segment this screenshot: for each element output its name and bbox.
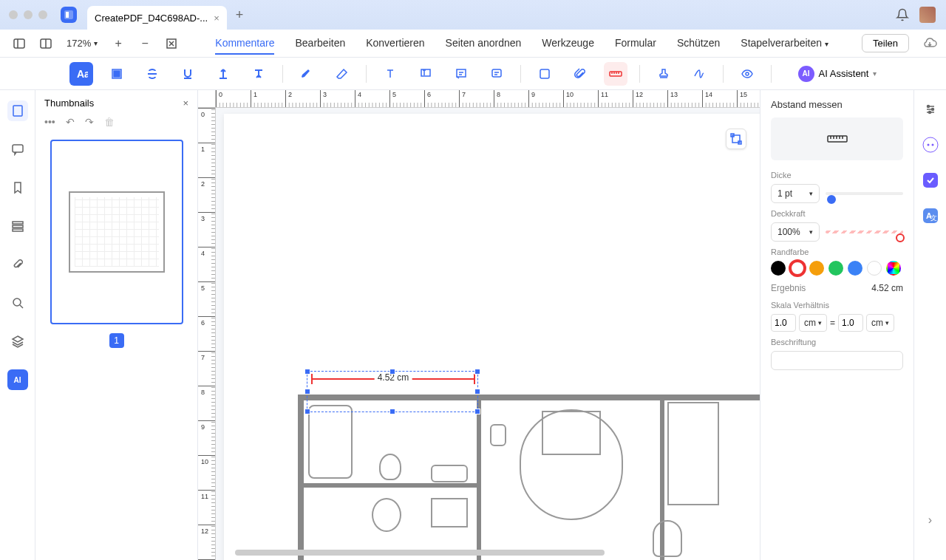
menu-protect[interactable]: Schützen bbox=[677, 33, 720, 55]
properties-panel: Abstand messen Dicke 1 pt▾ Deckkraft 100… bbox=[760, 90, 913, 560]
callout-tool[interactable] bbox=[414, 62, 438, 86]
menu-batch[interactable]: Stapelverarbeiten ▾ bbox=[741, 33, 828, 55]
opacity-label: Deckkraft bbox=[771, 209, 903, 218]
avatar[interactable] bbox=[919, 7, 936, 23]
zoom-select[interactable]: 172% ▾ bbox=[67, 38, 98, 49]
sidebar-search[interactable] bbox=[7, 293, 28, 313]
thickness-select[interactable]: 1 pt▾ bbox=[771, 184, 820, 203]
scale-input-a[interactable] bbox=[771, 314, 796, 332]
scale-unit-a[interactable]: cm▾ bbox=[799, 314, 827, 332]
caption-input[interactable] bbox=[771, 351, 903, 370]
more-icon[interactable]: ••• bbox=[44, 116, 55, 128]
sidebar-bookmarks[interactable] bbox=[7, 177, 28, 198]
rotate-left-icon[interactable]: ↶ bbox=[66, 116, 75, 128]
fit-page[interactable] bbox=[161, 33, 182, 54]
vertical-ruler: 012345678910111213 bbox=[198, 108, 216, 560]
swatch-custom[interactable] bbox=[886, 261, 901, 276]
strikethrough-tool[interactable] bbox=[140, 62, 164, 86]
stamp-tool[interactable] bbox=[652, 62, 676, 86]
insert-text-tool[interactable] bbox=[211, 62, 235, 86]
collapse-panel-icon[interactable]: › bbox=[920, 510, 941, 530]
note-tool[interactable] bbox=[449, 62, 473, 86]
textbox-tool[interactable] bbox=[378, 62, 402, 86]
close-icon[interactable]: × bbox=[214, 13, 220, 24]
sidebar-ai[interactable]: AI bbox=[7, 369, 28, 390]
page[interactable]: 4.52 cm bbox=[224, 114, 760, 560]
view-grid[interactable] bbox=[35, 33, 56, 54]
new-tab-button[interactable]: + bbox=[236, 7, 244, 23]
divider bbox=[282, 65, 283, 83]
shape-tool[interactable] bbox=[533, 62, 557, 86]
horizontal-scrollbar[interactable] bbox=[235, 550, 605, 556]
svg-point-31 bbox=[931, 144, 933, 146]
svg-point-30 bbox=[927, 144, 929, 146]
menu-edit[interactable]: Bearbeiten bbox=[295, 33, 345, 55]
area-highlight-tool[interactable] bbox=[105, 62, 129, 86]
swatch-green[interactable] bbox=[828, 261, 843, 276]
traffic-close[interactable] bbox=[9, 10, 18, 19]
crop-page-button[interactable] bbox=[726, 129, 746, 149]
svg-rect-17 bbox=[13, 145, 23, 152]
svg-text:文: 文 bbox=[930, 214, 937, 222]
settings-icon[interactable] bbox=[920, 99, 941, 120]
swatch-red[interactable] bbox=[790, 261, 805, 276]
menu-convert[interactable]: Konvertieren bbox=[366, 33, 424, 55]
ruler-corner bbox=[198, 90, 216, 108]
traffic-min[interactable] bbox=[24, 10, 33, 19]
text-tool[interactable]: Aa bbox=[69, 62, 93, 86]
translate-icon[interactable]: A文 bbox=[920, 205, 941, 226]
eraser-tool[interactable] bbox=[330, 62, 354, 86]
sidebar-attachments[interactable] bbox=[7, 254, 28, 275]
opacity-slider[interactable] bbox=[826, 231, 903, 233]
document-tab[interactable]: CreatePDF_D4C698AD-... × bbox=[87, 6, 227, 30]
zoom-out[interactable]: − bbox=[135, 33, 155, 54]
thickness-slider[interactable] bbox=[826, 192, 903, 195]
zoom-in[interactable]: + bbox=[108, 33, 129, 54]
swatch-blue[interactable] bbox=[848, 261, 862, 276]
underline-tool[interactable] bbox=[176, 62, 200, 86]
swatch-white[interactable] bbox=[867, 261, 882, 276]
sidebar-layers[interactable] bbox=[7, 331, 28, 352]
cloud-icon[interactable] bbox=[922, 36, 937, 51]
swatch-orange[interactable] bbox=[809, 261, 824, 276]
highlighter-tool[interactable] bbox=[295, 62, 319, 86]
sidebar-fields[interactable] bbox=[7, 216, 28, 236]
delete-icon[interactable]: 🗑 bbox=[104, 116, 115, 128]
measure-tool[interactable] bbox=[604, 62, 627, 86]
opacity-select[interactable]: 100%▾ bbox=[771, 222, 820, 242]
chat-icon[interactable] bbox=[920, 134, 941, 155]
close-icon[interactable]: × bbox=[183, 98, 188, 109]
bell-icon[interactable] bbox=[896, 8, 909, 21]
result-label: Ergebnis bbox=[771, 283, 806, 293]
sticky-note-tool[interactable] bbox=[485, 62, 508, 86]
svg-point-29 bbox=[923, 137, 938, 152]
divider bbox=[639, 65, 640, 83]
page-thumbnail[interactable] bbox=[50, 140, 183, 324]
sidebar-thumbnails[interactable] bbox=[7, 100, 28, 121]
left-sidebar: AI bbox=[0, 90, 35, 560]
scale-input-b[interactable] bbox=[838, 314, 863, 332]
menu-tools[interactable]: Werkzeuge bbox=[542, 33, 594, 55]
hide-comments-tool[interactable] bbox=[735, 62, 759, 86]
selection-box[interactable] bbox=[307, 371, 478, 412]
menu-pages[interactable]: Seiten anordnen bbox=[446, 33, 522, 55]
top-toolbar: 172% ▾ + − Kommentare Bearbeiten Konvert… bbox=[0, 30, 946, 58]
signature-tool[interactable] bbox=[687, 62, 711, 86]
replace-text-tool[interactable] bbox=[247, 62, 270, 86]
attachment-tool[interactable] bbox=[568, 62, 592, 86]
svg-rect-2 bbox=[14, 39, 24, 48]
menu-comments[interactable]: Kommentare bbox=[215, 33, 274, 55]
sidebar-comments[interactable] bbox=[7, 139, 28, 160]
check-icon[interactable] bbox=[920, 170, 941, 191]
rotate-right-icon[interactable]: ↷ bbox=[85, 116, 94, 128]
border-color-label: Randfarbe bbox=[771, 247, 903, 256]
svg-rect-20 bbox=[13, 229, 23, 231]
scale-unit-b[interactable]: cm▾ bbox=[866, 314, 894, 332]
menu-form[interactable]: Formular bbox=[615, 33, 656, 55]
swatch-black[interactable] bbox=[771, 261, 786, 276]
ai-icon: AI bbox=[798, 66, 814, 82]
sidebar-toggle[interactable] bbox=[9, 33, 30, 54]
traffic-max[interactable] bbox=[38, 10, 47, 19]
ai-assistant-button[interactable]: AI AI Assistent ▾ bbox=[798, 66, 877, 82]
share-button[interactable]: Teilen bbox=[862, 34, 909, 52]
